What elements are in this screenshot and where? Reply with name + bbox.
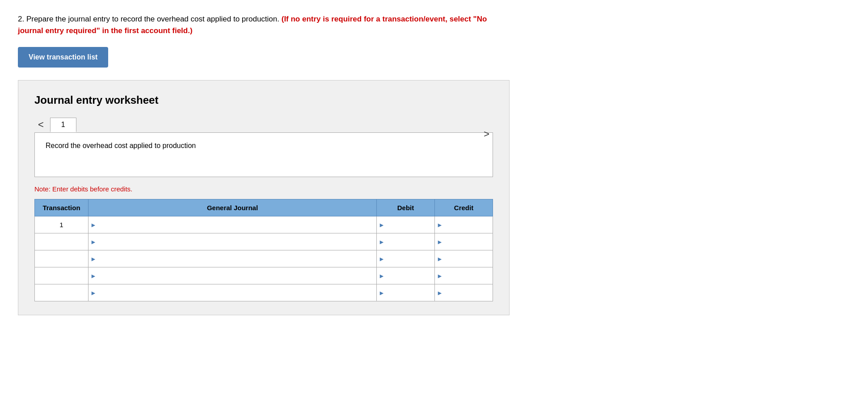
worksheet-title: Journal entry worksheet <box>34 94 493 106</box>
transaction-number-cell-2 <box>35 233 88 250</box>
transaction-number-cell-4 <box>35 267 88 284</box>
debit-input-5[interactable] <box>377 284 434 301</box>
general-journal-input-4[interactable] <box>88 267 376 284</box>
debit-input-3[interactable] <box>377 250 434 267</box>
tab-nav-row: < 1 <box>34 117 493 132</box>
header-transaction: Transaction <box>35 199 88 216</box>
tab-1[interactable]: 1 <box>50 118 76 132</box>
debit-cell-2[interactable]: ► <box>377 233 435 250</box>
table-row: ► ► ► <box>35 284 493 301</box>
table-row: 1 ► ► ► <box>35 216 493 233</box>
debit-cell-3[interactable]: ► <box>377 250 435 267</box>
debit-cell-1[interactable]: ► <box>377 216 435 233</box>
table-row: ► ► ► <box>35 267 493 284</box>
table-row: ► ► ► <box>35 233 493 250</box>
debit-input-1[interactable] <box>377 216 434 233</box>
table-row: ► ► ► <box>35 250 493 267</box>
nav-left-arrow[interactable]: < <box>34 117 47 132</box>
debit-cell-5[interactable]: ► <box>377 284 435 301</box>
transaction-number-cell-5 <box>35 284 88 301</box>
instruction-black-text: 2. Prepare the journal entry to record t… <box>18 15 279 23</box>
credit-input-1[interactable] <box>435 216 493 233</box>
instruction-paragraph: 2. Prepare the journal entry to record t… <box>18 13 510 36</box>
general-journal-cell-2[interactable]: ► <box>88 233 377 250</box>
transaction-number-cell: 1 <box>35 216 88 233</box>
credit-input-2[interactable] <box>435 233 493 250</box>
general-journal-cell-5[interactable]: ► <box>88 284 377 301</box>
debit-input-2[interactable] <box>377 233 434 250</box>
credit-cell-5[interactable]: ► <box>435 284 493 301</box>
credit-input-3[interactable] <box>435 250 493 267</box>
credit-input-4[interactable] <box>435 267 493 284</box>
credit-cell-3[interactable]: ► <box>435 250 493 267</box>
transaction-number-cell-3 <box>35 250 88 267</box>
debit-cell-4[interactable]: ► <box>377 267 435 284</box>
transaction-description-box: Record the overhead cost applied to prod… <box>34 132 493 177</box>
credit-cell-1[interactable]: ► <box>435 216 493 233</box>
general-journal-input-5[interactable] <box>88 284 376 301</box>
general-journal-cell-1[interactable]: ► <box>88 216 377 233</box>
general-journal-input-1[interactable] <box>88 216 376 233</box>
journal-entry-worksheet: Journal entry worksheet < 1 Record the o… <box>18 80 510 315</box>
journal-table: Transaction General Journal Debit Credit… <box>34 199 493 301</box>
general-journal-cell-4[interactable]: ► <box>88 267 377 284</box>
nav-right-arrow[interactable]: > <box>480 127 493 142</box>
view-transaction-list-button[interactable]: View transaction list <box>18 47 108 68</box>
general-journal-input-2[interactable] <box>88 233 376 250</box>
header-debit: Debit <box>377 199 435 216</box>
note-text: Note: Enter debits before credits. <box>34 185 493 193</box>
header-general-journal: General Journal <box>88 199 377 216</box>
tab-navigation: < 1 <box>34 117 493 132</box>
header-credit: Credit <box>435 199 493 216</box>
debit-input-4[interactable] <box>377 267 434 284</box>
table-header-row: Transaction General Journal Debit Credit <box>35 199 493 216</box>
credit-input-5[interactable] <box>435 284 493 301</box>
transaction-number: 1 <box>59 221 63 229</box>
credit-cell-4[interactable]: ► <box>435 267 493 284</box>
transaction-description-text: Record the overhead cost applied to prod… <box>46 142 196 149</box>
general-journal-cell-3[interactable]: ► <box>88 250 377 267</box>
credit-cell-2[interactable]: ► <box>435 233 493 250</box>
general-journal-input-3[interactable] <box>88 250 376 267</box>
